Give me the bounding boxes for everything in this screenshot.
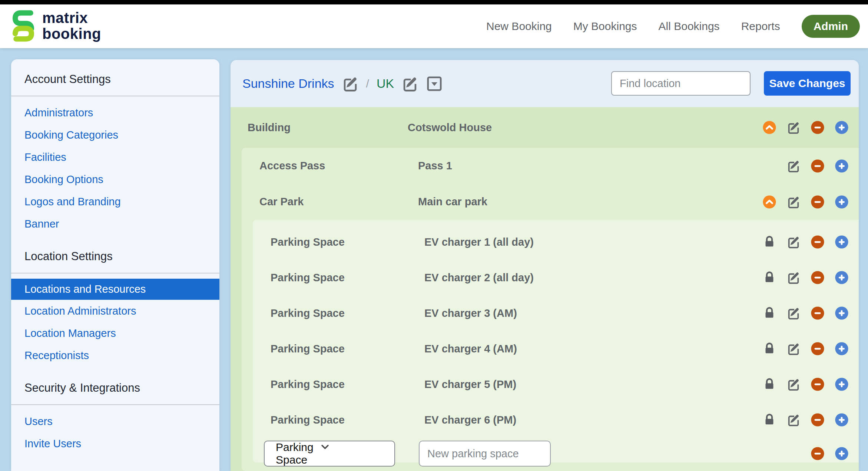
remove-button[interactable] [811,159,825,173]
nav-reports[interactable]: Reports [741,20,780,33]
tree-row-car-park: Car Park Main car park [242,184,859,220]
find-location-input[interactable] [611,71,751,96]
divider [11,273,219,273]
nav-all-bookings[interactable]: All Bookings [659,20,720,33]
app-header: matrix booking New Booking My Bookings A… [0,4,868,48]
icon-spacer [762,159,776,173]
resource-name-label: Main car park [418,196,487,208]
resource-name-label: EV charger 3 (AM) [424,307,517,319]
section-heading-security-integrations: Security & Integrations [24,381,219,395]
tree-row-parking-space: Parking Space EV charger 1 (all day) [253,224,859,260]
sidebar-item-locations-and-resources[interactable]: Locations and Resources [11,279,219,300]
tree-row-parking-space: Parking Space EV charger 2 (all day) [253,260,859,295]
edit-button[interactable] [786,306,801,320]
location-dropdown-icon[interactable] [426,75,443,92]
edit-button[interactable] [786,235,801,249]
tree-row-access-pass: Access Pass Pass 1 [242,148,859,184]
remove-button[interactable] [811,235,825,249]
sidebar-item-administrators[interactable]: Administrators [11,102,219,124]
nav-my-bookings[interactable]: My Bookings [573,20,637,33]
breadcrumb-account-link[interactable]: Sunshine Drinks [242,76,334,91]
resource-name-label: EV charger 5 (PM) [424,378,516,391]
add-button[interactable] [835,377,849,391]
row-actions [762,306,859,320]
header-actions: Save Changes [611,71,851,96]
edit-location-name-icon[interactable] [401,75,418,92]
remove-button[interactable] [811,413,825,427]
row-actions [762,120,859,135]
remove-button[interactable] [811,342,825,356]
location-tree: Building Cotswold House Access Pass Pass… [231,107,859,471]
add-button[interactable] [835,306,849,320]
sidebar-item-facilities[interactable]: Facilities [11,146,219,168]
new-parking-space-input[interactable] [419,441,551,467]
breadcrumb: Sunshine Drinks / UK [242,60,443,107]
resource-type-label: Parking Space [271,414,424,426]
remove-button[interactable] [811,377,825,391]
matrix-booking-logo[interactable]: matrix booking [11,9,101,43]
screen: matrix booking New Booking My Bookings A… [0,0,868,471]
breadcrumb-separator: / [366,77,369,90]
breadcrumb-location-link[interactable]: UK [377,76,394,91]
resource-type-select-value: Parking Space [276,441,319,466]
resource-type-label: Parking Space [271,307,424,319]
edit-button[interactable] [786,342,801,356]
sidebar-item-location-managers[interactable]: Location Managers [11,322,219,344]
settings-sidebar: Account Settings Administrators Booking … [11,59,219,471]
sidebar-item-invite-users[interactable]: Invite Users [11,432,219,455]
edit-button[interactable] [786,195,801,209]
sidebar-item-users[interactable]: Users [11,410,219,432]
sidebar-item-booking-options[interactable]: Booking Options [11,168,219,190]
resource-type-label: Building [248,122,408,134]
locations-panel-header: Sunshine Drinks / UK Save Changes [231,60,859,107]
new-resource-row: Parking Space [253,441,859,467]
collapse-button[interactable] [762,195,776,209]
edit-button[interactable] [786,413,801,427]
admin-button[interactable]: Admin [802,15,860,38]
row-actions [762,413,859,427]
resource-type-label: Parking Space [271,236,424,248]
edit-button[interactable] [786,377,801,391]
add-button[interactable] [835,235,849,249]
sidebar-item-receptionists[interactable]: Receptionists [11,344,219,366]
add-button[interactable] [835,195,849,209]
add-button[interactable] [835,271,849,285]
sidebar-item-booking-categories[interactable]: Booking Categories [11,124,219,146]
resource-type-label: Parking Space [271,378,424,391]
row-actions [762,342,859,356]
tree-row-parking-space: Parking Space EV charger 3 (AM) [253,295,859,331]
resource-name-label: Cotswold House [408,122,492,134]
add-button[interactable] [835,447,849,461]
edit-button[interactable] [786,271,801,285]
remove-button[interactable] [811,447,825,461]
remove-button[interactable] [811,195,825,209]
lock-icon [762,377,776,391]
remove-button[interactable] [811,306,825,320]
nav-new-booking[interactable]: New Booking [486,20,552,33]
resource-type-label: Car Park [259,196,418,208]
resource-type-select[interactable]: Parking Space [264,441,395,467]
edit-account-name-icon[interactable] [342,75,359,92]
resource-name-label: EV charger 6 (PM) [424,414,516,426]
add-button[interactable] [835,159,849,173]
lock-icon [762,306,776,320]
row-actions [762,235,859,249]
lock-icon [762,235,776,249]
sidebar-item-logos-and-branding[interactable]: Logos and Branding [11,190,219,213]
edit-button[interactable] [786,159,801,173]
matrix-booking-logo-icon [11,9,36,43]
remove-button[interactable] [811,120,825,135]
logo-line1: matrix [42,10,101,26]
row-actions [762,377,859,391]
remove-button[interactable] [811,271,825,285]
collapse-button[interactable] [762,120,776,135]
add-button[interactable] [835,413,849,427]
add-button[interactable] [835,120,849,135]
car-park-children: Parking Space EV charger 1 (all day) Par… [253,220,859,462]
icon-spacer [786,447,801,461]
save-changes-button[interactable]: Save Changes [764,71,851,96]
add-button[interactable] [835,342,849,356]
sidebar-item-banner[interactable]: Banner [11,213,219,235]
edit-button[interactable] [786,120,801,135]
sidebar-item-location-administrators[interactable]: Location Administrators [11,300,219,322]
